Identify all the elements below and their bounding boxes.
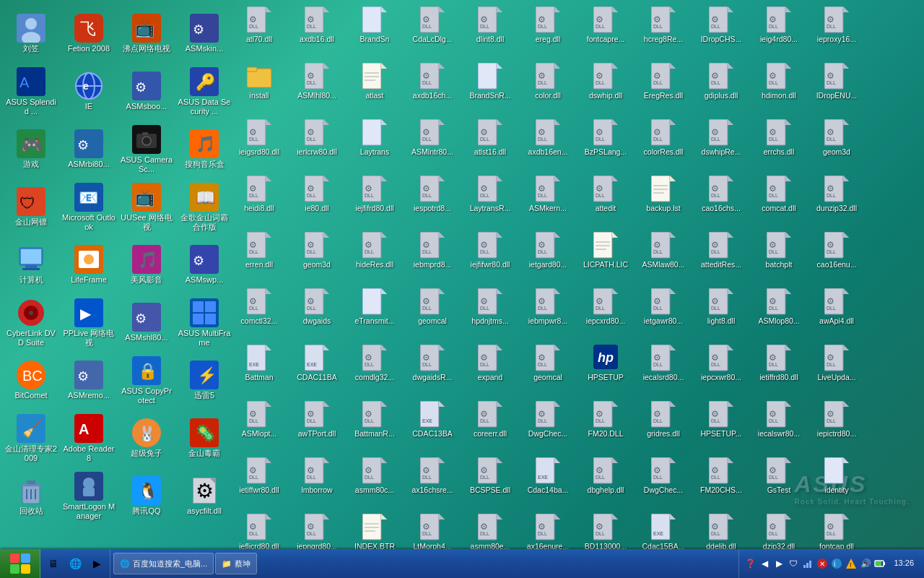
file-icon-etransmit---[interactable]: eTransmit... <box>346 285 404 341</box>
file-icon-ereg-dll[interactable]: DLL ⚙ ereg.dll <box>519 3 577 59</box>
file-icon-ietiffrd80-dll[interactable]: DLL ⚙ ietiffrd80.dll <box>750 341 808 397</box>
file-icon-iecalsrd80---[interactable]: DLL ⚙ iecalsrd80... <box>635 341 692 397</box>
desktop-icon-asus-splendid[interactable]: A ASUS Splendid ... <box>3 64 59 120</box>
file-icon-iejfifwr80-dll[interactable]: DLL ⚙ iejfifwr80.dll <box>461 228 519 285</box>
file-icon-dswhip-dll[interactable]: DLL ⚙ dswhip.dll <box>577 59 635 116</box>
file-icon-bd113000---[interactable]: DLL ⚙ BD113000... <box>577 510 635 549</box>
file-icon-hpsetup---[interactable]: DLL ⚙ HPSETUP... <box>692 397 750 454</box>
file-icon-ie80-dll[interactable]: DLL ⚙ ie80.dll <box>288 172 346 228</box>
file-icon-ieig4rd80---[interactable]: DLL ⚙ ieig4rd80... <box>750 3 808 59</box>
file-icon-asmkern---[interactable]: DLL ⚙ ASMkern... <box>519 172 577 228</box>
file-icon-atlast[interactable]: atlast <box>346 59 404 116</box>
file-icon-geomcal[interactable]: DLL ⚙ geomcal <box>404 285 461 341</box>
file-icon-hpdnjtms---[interactable]: DLL ⚙ hpdnjtms... <box>461 285 519 341</box>
file-icon-asmlopt---[interactable]: DLL ⚙ ASMlopt... <box>230 397 288 454</box>
file-icon-dwgaids[interactable]: DLL ⚙ dwgaids <box>288 285 346 341</box>
file-icon-ietgawr80---[interactable]: DLL ⚙ ietgawr80... <box>635 285 692 341</box>
file-icon-dzip32-dll[interactable]: DLL ⚙ dzip32.dll <box>750 510 808 549</box>
desktop-icon-xundian[interactable]: ⚡ 迅雷5 <box>176 353 232 409</box>
file-icon-dswhipre---[interactable]: DLL ⚙ dswhipRe... <box>692 116 750 172</box>
tray-icon-network[interactable] <box>801 557 814 570</box>
file-icon-idropchs---[interactable]: DLL ⚙ IDropCHS... <box>692 3 750 59</box>
file-icon-iepcxrd80---[interactable]: DLL ⚙ iepcxrd80... <box>577 285 635 341</box>
file-icon-lmborrow[interactable]: DLL ⚙ lmborrow <box>288 454 346 510</box>
file-icon-hideres-dll[interactable]: DLL ⚙ hideRes.dll <box>346 228 404 285</box>
desktop-icon-asus-multiframe[interactable]: ASUS MultiFrame <box>176 295 232 351</box>
tray-icon-battery[interactable] <box>873 557 886 570</box>
file-icon-errchs-dll[interactable]: DLL ⚙ errchs.dll <box>750 116 808 172</box>
desktop-icon-qq[interactable]: 🐧 腾讯QQ <box>118 468 175 525</box>
file-icon-iebmpwr8---[interactable]: DLL ⚙ iebmpwr8... <box>519 285 577 341</box>
file-icon-install[interactable]: install <box>230 59 288 116</box>
file-icon-cao16enu---[interactable]: DLL ⚙ cao16enu... <box>808 228 866 285</box>
desktop-icon-sougou-music[interactable]: 🎵 搜狗音乐盒 <box>176 121 232 178</box>
file-icon-geom3d[interactable]: DLL ⚙ geom3d <box>288 228 346 285</box>
file-icon-awapi4-dll[interactable]: DLL ⚙ awApi4.dll <box>808 285 866 341</box>
file-icon-atlst16-dll[interactable]: DLL ⚙ atlst16.dll <box>461 116 519 172</box>
desktop-icon-asus-camera[interactable]: ASUS Camera Sc... <box>118 121 175 178</box>
tray-icon-help[interactable]: ❓ <box>744 557 757 570</box>
file-icon-iebmprd8---[interactable]: DLL ⚙ iebmprd8... <box>404 228 461 285</box>
file-icon-idropenu---[interactable]: DLL ⚙ IDropENU... <box>808 59 866 116</box>
file-icon-ax16chsre---[interactable]: DLL ⚙ ax16chsre... <box>404 454 461 510</box>
desktop-icon-luhao[interactable]: 📺 沸点网络电视 <box>118 6 175 62</box>
file-icon-coreerr-dll[interactable]: DLL ⚙ coreerr.dll <box>461 397 519 454</box>
file-icon-dwgchec---[interactable]: DLL ⚙ DwgChec... <box>635 454 692 510</box>
file-icon-ieigsrd80-dll[interactable]: DLL ⚙ ieigsrd80.dll <box>230 116 288 172</box>
file-icon-expand[interactable]: DLL ⚙ expand <box>461 341 519 397</box>
start-button[interactable] <box>0 549 40 578</box>
tray-icon-antivirus[interactable]: ! <box>845 557 858 570</box>
tray-icon-security2[interactable]: i <box>830 557 843 570</box>
file-icon-ierlcrw80-dll[interactable]: DLL ⚙ ierlcrw80.dll <box>288 116 346 172</box>
file-icon-batchplt[interactable]: DLL ⚙ batchplt <box>750 228 808 285</box>
tray-icon-security1[interactable]: ✕ <box>816 557 829 570</box>
file-icon-asmlhl80---[interactable]: DLL ⚙ ASMlhl80... <box>288 59 346 116</box>
file-icon-gdiplus-dll[interactable]: DLL ⚙ gdiplus.dll <box>692 59 750 116</box>
desktop-icon-adobe-reader[interactable]: A Adobe Reader 8 <box>61 410 117 467</box>
file-icon-ieproxy16---[interactable]: DLL ⚙ ieproxy16... <box>808 3 866 59</box>
file-icon-brandsnr---[interactable]: BrandSnR... <box>461 59 519 116</box>
ie-quick-button[interactable]: 🌐 <box>65 553 85 574</box>
file-icon-iepictrd80---[interactable]: DLL ⚙ iepictrd80... <box>808 397 866 454</box>
file-icon-laytrans[interactable]: Laytrans <box>346 116 404 172</box>
desktop-icon-fetion[interactable]: 飞 Fetion 2008 <box>61 6 117 62</box>
file-icon-iepngrd80---[interactable]: DLL ⚙ iepngrd80... <box>288 510 346 549</box>
file-icon-ddelib-dll[interactable]: DLL ⚙ ddelib.dll <box>692 510 750 549</box>
file-icon-dbghelp-dll[interactable]: DLL ⚙ dbghelp.dll <box>577 454 635 510</box>
file-icon-laytransr---[interactable]: DLL ⚙ LaytransR... <box>461 172 519 228</box>
desktop-icon-lifeframe[interactable]: LifeFrame <box>61 237 117 293</box>
file-icon-atl70-dll[interactable]: DLL ⚙ atl70.dll <box>230 3 288 59</box>
desktop-icon-asmrbi[interactable]: ⚙ ASMrbi80... <box>61 121 117 178</box>
file-icon-eregres-dll[interactable]: DLL ⚙ EregRes.dll <box>635 59 692 116</box>
tray-icon-arrow-left[interactable]: ◀ <box>758 557 771 570</box>
file-icon-liveupda---[interactable]: DLL ⚙ LiveUpda... <box>808 341 866 397</box>
file-icon-fm20chs---[interactable]: DLL ⚙ FM20CHS... <box>692 454 750 510</box>
file-icon-iespotrd8---[interactable]: DLL ⚙ iespotrd8... <box>404 172 461 228</box>
file-icon-attedit[interactable]: DLL ⚙ attedit <box>577 172 635 228</box>
file-icon-asmm80e---[interactable]: DLL ⚙ asmm80e... <box>461 510 519 549</box>
desktop-icon-asycfilt[interactable]: ⚙ asycfilt.dll <box>176 468 232 525</box>
desktop-icon-pplive[interactable]: ▶ PPLive 网络电视 <box>61 295 117 351</box>
file-icon-light8-dll[interactable]: DLL ⚙ light8.dll <box>692 285 750 341</box>
desktop-icon-ie[interactable]: e IE <box>61 64 117 120</box>
desktop-icon-asmshl[interactable]: ⚙ ASMshl80... <box>118 295 175 351</box>
file-icon-bzpslang---[interactable]: DLL ⚙ BzPSLang... <box>577 116 635 172</box>
desktop-icon-asmswp[interactable]: ⚙ ASMswp... <box>176 237 232 293</box>
file-icon-dlint8-dll[interactable]: DLL ⚙ dlint8.dll <box>461 3 519 59</box>
file-icon-battmanr---[interactable]: DLL ⚙ BattmanR... <box>346 397 404 454</box>
file-icon-comctl32---[interactable]: DLL ⚙ comctl32... <box>230 285 288 341</box>
file-icon-comdlg32---[interactable]: DLL ⚙ comdlg32... <box>346 341 404 397</box>
file-icon-bcspse-dll[interactable]: DLL ⚙ BCSPSE.dll <box>461 454 519 510</box>
show-desktop-button[interactable]: 🖥 <box>43 553 64 574</box>
file-icon-color-dll[interactable]: DLL ⚙ color.dll <box>519 59 577 116</box>
file-icon-geomcal[interactable]: DLL ⚙ geomcal <box>519 341 577 397</box>
desktop-icon-jinge[interactable]: 📖 金歌金山词霸合作版 <box>176 179 232 236</box>
desktop-icon-asus-copyprotect[interactable]: 🔒 ASUS CopyProtect <box>118 353 175 409</box>
file-icon-atteditres---[interactable]: DLL ⚙ atteditRes... <box>692 228 750 285</box>
file-icon-ietgard80---[interactable]: DLL ⚙ ietgard80... <box>519 228 577 285</box>
file-icon-erren-dll[interactable]: DLL ⚙ erren.dll <box>230 228 288 285</box>
file-icon-licpath-lic[interactable]: LICPATH.LIC <box>577 228 635 285</box>
file-icon-ax16enure---[interactable]: DLL ⚙ ax16enure... <box>519 510 577 549</box>
file-icon-axdb16en---[interactable]: DLL ⚙ axdb16en... <box>519 116 577 172</box>
desktop-icon-outlook[interactable]: 📧 Microsoft Outlook <box>61 179 117 236</box>
